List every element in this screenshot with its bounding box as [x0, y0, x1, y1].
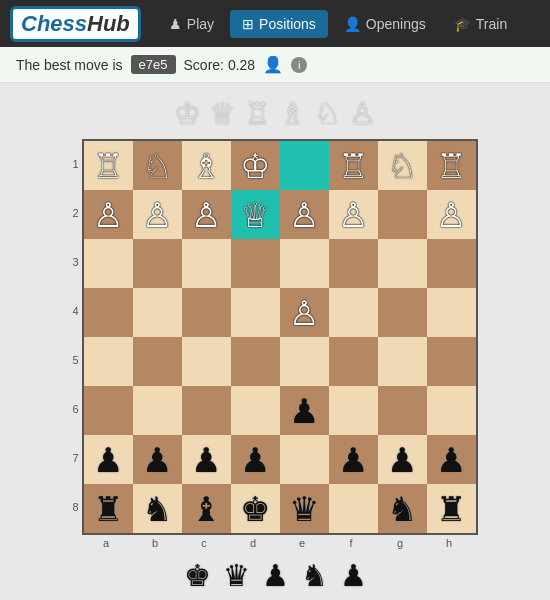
play-icon: ♟ [169, 16, 182, 32]
cell-h4[interactable] [427, 337, 476, 386]
piece-WP-a7: ♙ [93, 195, 123, 235]
tray-pawn-white: ♙ [349, 96, 376, 131]
cell-a1[interactable]: ♜ [84, 484, 133, 533]
cell-g7[interactable] [378, 190, 427, 239]
cell-c6[interactable] [182, 239, 231, 288]
nav-openings-label: Openings [366, 16, 426, 32]
cell-f5[interactable] [329, 288, 378, 337]
cell-h6[interactable] [427, 239, 476, 288]
cell-c8[interactable]: ♗ [182, 141, 231, 190]
best-move-prefix: The best move is [16, 57, 123, 73]
cell-b4[interactable] [133, 337, 182, 386]
cell-e1[interactable]: ♛ [280, 484, 329, 533]
piece-BP-c2: ♟ [191, 440, 221, 480]
cell-c7[interactable]: ♙ [182, 190, 231, 239]
cell-g1[interactable]: ♞ [378, 484, 427, 533]
cell-h5[interactable] [427, 288, 476, 337]
piece-BK-d1: ♚ [240, 489, 270, 529]
piece-WN-g8: ♘ [387, 146, 417, 186]
cell-d8[interactable]: ♔ [231, 141, 280, 190]
cell-g8[interactable]: ♘ [378, 141, 427, 190]
cell-a5[interactable] [84, 288, 133, 337]
cell-b1[interactable]: ♞ [133, 484, 182, 533]
cell-b5[interactable] [133, 288, 182, 337]
piece-WR-a8: ♖ [93, 146, 123, 186]
cell-f6[interactable] [329, 239, 378, 288]
tray-pawn-black-1: ♟ [262, 558, 289, 593]
cell-e2[interactable] [280, 435, 329, 484]
cell-a3[interactable] [84, 386, 133, 435]
cell-a4[interactable] [84, 337, 133, 386]
cell-e8[interactable] [280, 141, 329, 190]
cell-e7[interactable]: ♙ [280, 190, 329, 239]
cell-d5[interactable] [231, 288, 280, 337]
cell-d2[interactable]: ♟ [231, 435, 280, 484]
cell-f7[interactable]: ♙ [329, 190, 378, 239]
piece-BN-b1: ♞ [142, 489, 172, 529]
cell-b6[interactable] [133, 239, 182, 288]
tray-knight-black: ♞ [301, 558, 328, 593]
cell-d1[interactable]: ♚ [231, 484, 280, 533]
nav-train[interactable]: 🎓 Train [442, 10, 519, 38]
cell-e3[interactable]: ♟ [280, 386, 329, 435]
cell-e4[interactable] [280, 337, 329, 386]
cell-a8[interactable]: ♖ [84, 141, 133, 190]
piece-WR-f8: ♖ [338, 146, 368, 186]
file-f: f [327, 537, 376, 549]
cell-c4[interactable] [182, 337, 231, 386]
file-h: h [425, 537, 474, 549]
piece-WP-c7: ♙ [191, 195, 221, 235]
cell-f3[interactable] [329, 386, 378, 435]
cell-h2[interactable]: ♟ [427, 435, 476, 484]
cell-d6[interactable] [231, 239, 280, 288]
cell-a2[interactable]: ♟ [84, 435, 133, 484]
logo[interactable]: ChessHub [10, 6, 141, 42]
rank-8: 8 [72, 482, 78, 531]
chess-board[interactable]: ♖♘♗♔♖♘♖♙♙♙♕♙♙♙♙♟♟♟♟♟♟♟♟♜♞♝♚♛♞♜ [82, 139, 478, 535]
cell-b7[interactable]: ♙ [133, 190, 182, 239]
nav-positions-label: Positions [259, 16, 316, 32]
cell-e5[interactable]: ♙ [280, 288, 329, 337]
cell-g4[interactable] [378, 337, 427, 386]
tray-king-white: ♔ [174, 96, 201, 131]
score-label: Score: 0.28 [184, 57, 256, 73]
cell-d7[interactable]: ♕ [231, 190, 280, 239]
best-move-bar: The best move is e7e5 Score: 0.28 👤 i [0, 47, 550, 83]
cell-f4[interactable] [329, 337, 378, 386]
file-c: c [180, 537, 229, 549]
info-icon[interactable]: i [291, 57, 307, 73]
cell-e6[interactable] [280, 239, 329, 288]
cell-h8[interactable]: ♖ [427, 141, 476, 190]
rank-5: 5 [72, 335, 78, 384]
nav-play[interactable]: ♟ Play [157, 10, 226, 38]
cell-h7[interactable]: ♙ [427, 190, 476, 239]
cell-g6[interactable] [378, 239, 427, 288]
cell-b3[interactable] [133, 386, 182, 435]
person-icon: 👤 [263, 55, 283, 74]
cell-f8[interactable]: ♖ [329, 141, 378, 190]
cell-h1[interactable]: ♜ [427, 484, 476, 533]
cell-c2[interactable]: ♟ [182, 435, 231, 484]
piece-WP-e5: ♙ [289, 293, 319, 333]
cell-a7[interactable]: ♙ [84, 190, 133, 239]
cell-f1[interactable] [329, 484, 378, 533]
cell-g3[interactable] [378, 386, 427, 435]
cell-g5[interactable] [378, 288, 427, 337]
cell-g2[interactable]: ♟ [378, 435, 427, 484]
cell-c1[interactable]: ♝ [182, 484, 231, 533]
nav-positions[interactable]: ⊞ Positions [230, 10, 328, 38]
cell-b8[interactable]: ♘ [133, 141, 182, 190]
cell-a6[interactable] [84, 239, 133, 288]
cell-b2[interactable]: ♟ [133, 435, 182, 484]
cell-d4[interactable] [231, 337, 280, 386]
nav-openings[interactable]: 👤 Openings [332, 10, 438, 38]
piece-BP-f2: ♟ [338, 440, 368, 480]
file-e: e [278, 537, 327, 549]
cell-c5[interactable] [182, 288, 231, 337]
cell-h3[interactable] [427, 386, 476, 435]
cell-d3[interactable] [231, 386, 280, 435]
cell-c3[interactable] [182, 386, 231, 435]
best-move-badge[interactable]: e7e5 [131, 55, 176, 74]
rank-1: 1 [72, 139, 78, 188]
cell-f2[interactable]: ♟ [329, 435, 378, 484]
